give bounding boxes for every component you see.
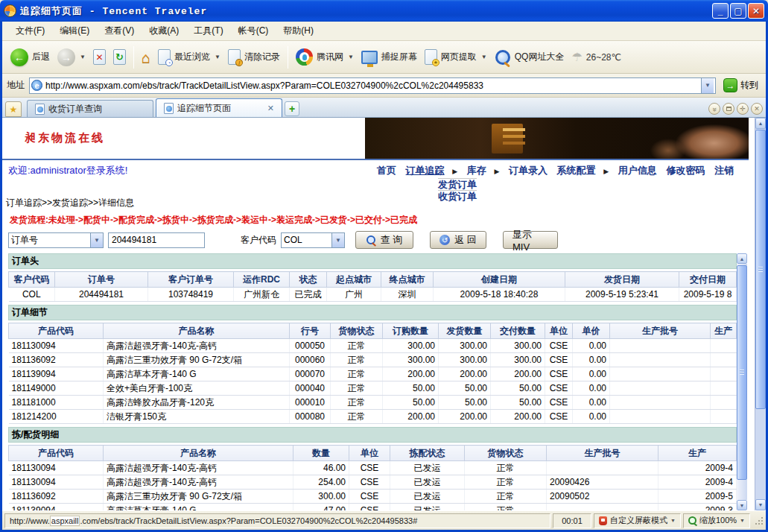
new-tab-button[interactable]: + <box>285 101 299 116</box>
table-cell: 300.00 <box>491 353 545 367</box>
zoom-control[interactable]: 缩放100% ▼ <box>683 513 750 528</box>
weather-indicator[interactable]: ☂ 26~28℃ <box>568 47 625 67</box>
column-header: 创建日期 <box>434 272 565 288</box>
table-cell: 0.00 <box>573 396 610 410</box>
scroll-down-button[interactable]: ▼ <box>737 500 747 510</box>
column-header: 产品名称 <box>104 446 293 461</box>
column-header: 产品代码 <box>9 323 104 339</box>
column-header: 交付数量 <box>491 323 545 339</box>
nav-logout[interactable]: 注销 <box>714 165 734 176</box>
tencent-site-button[interactable]: 腾讯网 ▼ <box>292 45 358 69</box>
show-miv-button[interactable]: 显示 MIV <box>503 231 558 249</box>
column-header: 生产批号 <box>610 323 711 339</box>
table-cell: 200.00 <box>491 410 545 424</box>
screen-capture-icon <box>361 51 378 64</box>
table-cell <box>711 339 737 353</box>
table-row: 181139094高露洁草本牙膏-140 G000070正常200.00200.… <box>9 367 737 381</box>
table-cell: 2009-5-19 8 <box>679 288 737 302</box>
nav-home[interactable]: 首页 <box>377 165 396 176</box>
restore-window-button[interactable] <box>723 103 734 115</box>
web-extract-button[interactable]: ★ 网页提取 ▼ <box>421 46 491 68</box>
tab-close-icon[interactable]: ✕ <box>261 104 274 113</box>
order-number-input[interactable]: 204494181 <box>108 232 205 248</box>
refresh-button[interactable] <box>110 46 130 68</box>
scroll-down-button[interactable]: ▼ <box>755 499 766 510</box>
menu-account[interactable]: 帐号(C) <box>231 22 276 39</box>
address-input[interactable]: http://www.aspxam.com/ebs/track/TrackDet… <box>29 77 716 94</box>
tab-receive-order-query[interactable]: 收货订单查询 <box>27 100 153 117</box>
clear-history-button[interactable]: ⁄ 清除记录 <box>224 46 284 68</box>
menu-favorites[interactable]: 收藏(A) <box>142 22 186 39</box>
customer-code-select[interactable]: COL ▼ <box>281 232 345 248</box>
nav-change-password[interactable]: 修改密码 <box>666 165 705 176</box>
table-cell: 高露洁蜂胶水晶牙膏-120克 <box>104 396 290 410</box>
table-cell: 洁银牙膏150克 <box>104 410 290 424</box>
breadcrumb: 订单追踪>>发货追踪>>详细信息 <box>6 197 134 209</box>
menu-view[interactable]: 查看(V) <box>97 22 142 39</box>
minimize-button[interactable]: _ <box>712 3 729 19</box>
table-cell: 深圳 <box>381 288 434 302</box>
recent-browsing-button[interactable]: ◔ 最近浏览 ▼ <box>154 46 224 68</box>
magnifier-icon <box>688 516 697 525</box>
subnav-receive-order[interactable]: 收货订单 <box>438 190 477 202</box>
address-dropdown-button[interactable]: ▼ <box>701 78 714 93</box>
table-cell: 2009-5-19 5:23:41 <box>565 288 679 302</box>
maximize-button[interactable]: ▢ <box>730 3 746 19</box>
shield-icon <box>599 516 607 525</box>
scroll-up-button[interactable]: ▲ <box>737 253 747 264</box>
nav-order-entry[interactable]: 订单录入 <box>509 165 548 176</box>
menu-file[interactable]: 文件(F) <box>8 22 52 39</box>
page-icon <box>31 80 42 91</box>
query-button[interactable]: 查 询 <box>355 231 413 249</box>
banner-photo <box>365 118 749 159</box>
table-cell: 181136092 <box>9 353 104 367</box>
back-button[interactable]: ← 后退 <box>7 45 54 69</box>
column-header: 起点城市 <box>327 272 381 288</box>
table-cell: 181130094 <box>9 461 104 475</box>
nav-order-tracking[interactable]: 订单追踪 <box>406 165 445 176</box>
menu-edit[interactable]: 编辑(E) <box>52 22 97 39</box>
menu-tools[interactable]: 工具(T) <box>186 22 230 39</box>
menu-help[interactable]: 帮助(H) <box>276 22 321 39</box>
close-button[interactable]: ✕ <box>748 3 764 19</box>
resize-grip[interactable] <box>754 516 764 525</box>
tab-track-detail[interactable]: 追踪细节页面 ✕ <box>156 98 282 117</box>
subnav-ship-order[interactable]: 发货订单 <box>438 178 477 190</box>
column-header: 行号 <box>290 323 331 339</box>
forward-button[interactable]: → ▼ <box>54 45 89 69</box>
qq-sites-button[interactable]: QQ网址大全 <box>491 46 568 69</box>
capture-screen-button[interactable]: 捕捉屏幕 <box>358 48 421 67</box>
table-cell <box>711 396 737 410</box>
table-cell: 正常 <box>465 504 547 511</box>
table-row: 181214200洁银牙膏150克000080正常200.00200.00200… <box>9 410 737 424</box>
favorites-button[interactable]: ★ <box>5 101 22 117</box>
return-button[interactable]: ↺ 返 回 <box>430 231 486 249</box>
search-type-select[interactable]: 订单号 ▼ <box>8 232 104 248</box>
table-cell: 000040 <box>290 381 331 396</box>
go-button[interactable]: → 转到 <box>720 77 761 94</box>
mask-mode-control[interactable]: 自定义屏蔽模式 ▼ <box>594 513 681 528</box>
pin-button[interactable]: ✛ <box>737 103 749 115</box>
nav-system-config[interactable]: 系统配置 <box>557 165 596 176</box>
scrollbar-thumb[interactable] <box>737 265 747 480</box>
table-row: 181136092高露洁三重功效牙膏 90 G-72支/箱300.00CSE已发… <box>9 490 737 504</box>
table-cell: 181130094 <box>9 475 104 490</box>
scroll-up-button[interactable]: ▲ <box>755 118 766 129</box>
star-icon: ★ <box>432 59 439 66</box>
table-cell: 高露洁草本牙膏-140 G <box>104 367 290 381</box>
close-tab-group-button[interactable]: ✕ <box>751 103 763 115</box>
home-button[interactable]: ⌂ <box>138 47 154 68</box>
return-arrow-icon: ↺ <box>439 235 450 245</box>
table-cell: 0.00 <box>573 381 610 396</box>
scrollbar-thumb[interactable] <box>755 130 766 409</box>
nav-inventory[interactable]: 库存 <box>467 165 486 176</box>
table-cell: CSE <box>545 396 573 410</box>
table-cell <box>610 339 711 353</box>
column-header: 单位 <box>545 323 573 339</box>
section-order-header: 订单头 <box>8 253 737 269</box>
column-header: 状态 <box>290 272 327 288</box>
nav-user-info[interactable]: 用户信息 <box>618 165 657 176</box>
table-cell: CSE <box>545 339 573 353</box>
stop-button[interactable] <box>89 46 110 68</box>
tab-list-button[interactable]: » <box>708 103 720 115</box>
